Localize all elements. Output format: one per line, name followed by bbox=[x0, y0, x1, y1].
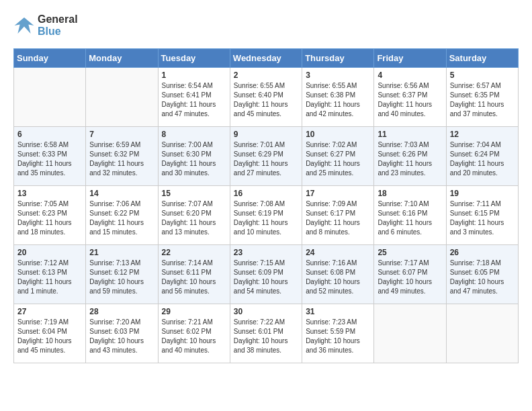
day-number: 15 bbox=[162, 189, 226, 198]
day-info: Sunrise: 6:55 AM Sunset: 6:38 PM Dayligh… bbox=[306, 81, 370, 119]
day-number: 2 bbox=[234, 71, 298, 80]
page-header: General Blue bbox=[13, 13, 519, 38]
day-info: Sunrise: 6:56 AM Sunset: 6:37 PM Dayligh… bbox=[378, 81, 442, 119]
calendar-cell: 18Sunrise: 7:10 AM Sunset: 6:16 PM Dayli… bbox=[374, 186, 446, 245]
calendar-cell: 2Sunrise: 6:55 AM Sunset: 6:40 PM Daylig… bbox=[230, 68, 302, 127]
day-number: 6 bbox=[17, 130, 82, 139]
svg-marker-0 bbox=[15, 17, 34, 34]
day-number: 23 bbox=[234, 248, 298, 257]
day-number: 28 bbox=[89, 307, 154, 316]
logo-icon bbox=[13, 15, 35, 36]
weekday-header-thursday: Thursday bbox=[302, 49, 374, 68]
day-number: 21 bbox=[89, 248, 154, 257]
day-info: Sunrise: 7:18 AM Sunset: 6:05 PM Dayligh… bbox=[450, 259, 515, 296]
day-number: 9 bbox=[234, 130, 298, 139]
day-number: 26 bbox=[450, 248, 515, 257]
day-number: 29 bbox=[162, 307, 226, 316]
week-row-4: 20Sunrise: 7:12 AM Sunset: 6:13 PM Dayli… bbox=[14, 245, 519, 304]
calendar-cell: 30Sunrise: 7:22 AM Sunset: 6:01 PM Dayli… bbox=[230, 304, 302, 363]
day-info: Sunrise: 6:59 AM Sunset: 6:32 PM Dayligh… bbox=[89, 140, 154, 178]
weekday-header-sunday: Sunday bbox=[14, 49, 86, 68]
calendar-cell: 17Sunrise: 7:09 AM Sunset: 6:17 PM Dayli… bbox=[302, 186, 374, 245]
day-info: Sunrise: 7:23 AM Sunset: 5:59 PM Dayligh… bbox=[306, 318, 370, 355]
day-info: Sunrise: 6:55 AM Sunset: 6:40 PM Dayligh… bbox=[234, 81, 298, 119]
day-info: Sunrise: 7:06 AM Sunset: 6:22 PM Dayligh… bbox=[89, 199, 154, 237]
calendar-cell: 6Sunrise: 6:58 AM Sunset: 6:33 PM Daylig… bbox=[14, 127, 86, 186]
calendar-cell bbox=[86, 68, 158, 127]
weekday-header-wednesday: Wednesday bbox=[230, 49, 302, 68]
calendar-cell: 15Sunrise: 7:07 AM Sunset: 6:20 PM Dayli… bbox=[158, 186, 230, 245]
calendar-cell: 5Sunrise: 6:57 AM Sunset: 6:35 PM Daylig… bbox=[446, 68, 518, 127]
day-number: 10 bbox=[306, 130, 370, 139]
day-info: Sunrise: 7:03 AM Sunset: 6:26 PM Dayligh… bbox=[378, 140, 442, 178]
day-info: Sunrise: 7:08 AM Sunset: 6:19 PM Dayligh… bbox=[234, 199, 298, 237]
calendar-cell bbox=[446, 304, 518, 363]
day-number: 27 bbox=[17, 307, 82, 316]
calendar-cell: 26Sunrise: 7:18 AM Sunset: 6:05 PM Dayli… bbox=[446, 245, 518, 304]
calendar-cell: 27Sunrise: 7:19 AM Sunset: 6:04 PM Dayli… bbox=[14, 304, 86, 363]
calendar-cell: 29Sunrise: 7:21 AM Sunset: 6:02 PM Dayli… bbox=[158, 304, 230, 363]
day-number: 16 bbox=[234, 189, 298, 198]
day-info: Sunrise: 7:19 AM Sunset: 6:04 PM Dayligh… bbox=[17, 318, 82, 355]
day-info: Sunrise: 7:05 AM Sunset: 6:23 PM Dayligh… bbox=[17, 199, 82, 237]
calendar-cell: 22Sunrise: 7:14 AM Sunset: 6:11 PM Dayli… bbox=[158, 245, 230, 304]
day-number: 12 bbox=[450, 130, 515, 139]
weekday-header-saturday: Saturday bbox=[446, 49, 518, 68]
calendar-cell: 24Sunrise: 7:16 AM Sunset: 6:08 PM Dayli… bbox=[302, 245, 374, 304]
calendar-cell: 25Sunrise: 7:17 AM Sunset: 6:07 PM Dayli… bbox=[374, 245, 446, 304]
day-number: 25 bbox=[378, 248, 442, 257]
calendar-cell: 28Sunrise: 7:20 AM Sunset: 6:03 PM Dayli… bbox=[86, 304, 158, 363]
calendar-cell: 13Sunrise: 7:05 AM Sunset: 6:23 PM Dayli… bbox=[14, 186, 86, 245]
calendar-table: SundayMondayTuesdayWednesdayThursdayFrid… bbox=[13, 48, 519, 363]
calendar-cell: 3Sunrise: 6:55 AM Sunset: 6:38 PM Daylig… bbox=[302, 68, 374, 127]
day-number: 3 bbox=[306, 71, 370, 80]
calendar-cell: 14Sunrise: 7:06 AM Sunset: 6:22 PM Dayli… bbox=[86, 186, 158, 245]
calendar-cell bbox=[374, 304, 446, 363]
day-info: Sunrise: 7:07 AM Sunset: 6:20 PM Dayligh… bbox=[162, 199, 226, 237]
day-number: 22 bbox=[162, 248, 226, 257]
day-number: 7 bbox=[89, 130, 154, 139]
day-number: 1 bbox=[162, 71, 226, 80]
day-info: Sunrise: 7:00 AM Sunset: 6:30 PM Dayligh… bbox=[162, 140, 226, 178]
calendar-cell: 10Sunrise: 7:02 AM Sunset: 6:27 PM Dayli… bbox=[302, 127, 374, 186]
day-info: Sunrise: 7:17 AM Sunset: 6:07 PM Dayligh… bbox=[378, 259, 442, 296]
calendar-cell: 7Sunrise: 6:59 AM Sunset: 6:32 PM Daylig… bbox=[86, 127, 158, 186]
calendar-cell: 19Sunrise: 7:11 AM Sunset: 6:15 PM Dayli… bbox=[446, 186, 518, 245]
day-number: 19 bbox=[450, 189, 515, 198]
calendar-cell: 1Sunrise: 6:54 AM Sunset: 6:41 PM Daylig… bbox=[158, 68, 230, 127]
day-info: Sunrise: 7:10 AM Sunset: 6:16 PM Dayligh… bbox=[378, 199, 442, 237]
logo-text: General Blue bbox=[38, 13, 78, 38]
day-info: Sunrise: 7:16 AM Sunset: 6:08 PM Dayligh… bbox=[306, 259, 370, 296]
day-number: 30 bbox=[234, 307, 298, 316]
calendar-cell bbox=[14, 68, 86, 127]
day-info: Sunrise: 7:21 AM Sunset: 6:02 PM Dayligh… bbox=[162, 318, 226, 355]
day-number: 13 bbox=[17, 189, 82, 198]
day-number: 24 bbox=[306, 248, 370, 257]
day-info: Sunrise: 7:15 AM Sunset: 6:09 PM Dayligh… bbox=[234, 259, 298, 296]
day-info: Sunrise: 6:54 AM Sunset: 6:41 PM Dayligh… bbox=[162, 81, 226, 119]
week-row-5: 27Sunrise: 7:19 AM Sunset: 6:04 PM Dayli… bbox=[14, 304, 519, 363]
weekday-header-monday: Monday bbox=[86, 49, 158, 68]
day-info: Sunrise: 6:58 AM Sunset: 6:33 PM Dayligh… bbox=[17, 140, 82, 178]
day-number: 8 bbox=[162, 130, 226, 139]
day-number: 31 bbox=[306, 307, 370, 316]
calendar-cell: 9Sunrise: 7:01 AM Sunset: 6:29 PM Daylig… bbox=[230, 127, 302, 186]
calendar-cell: 11Sunrise: 7:03 AM Sunset: 6:26 PM Dayli… bbox=[374, 127, 446, 186]
day-number: 17 bbox=[306, 189, 370, 198]
calendar-cell: 21Sunrise: 7:13 AM Sunset: 6:12 PM Dayli… bbox=[86, 245, 158, 304]
day-info: Sunrise: 6:57 AM Sunset: 6:35 PM Dayligh… bbox=[450, 81, 515, 119]
day-number: 11 bbox=[378, 130, 442, 139]
weekday-header-tuesday: Tuesday bbox=[158, 49, 230, 68]
day-number: 20 bbox=[17, 248, 82, 257]
day-number: 5 bbox=[450, 71, 515, 80]
day-info: Sunrise: 7:12 AM Sunset: 6:13 PM Dayligh… bbox=[17, 259, 82, 296]
weekday-header-row: SundayMondayTuesdayWednesdayThursdayFrid… bbox=[14, 49, 519, 68]
week-row-1: 1Sunrise: 6:54 AM Sunset: 6:41 PM Daylig… bbox=[14, 68, 519, 127]
calendar-cell: 4Sunrise: 6:56 AM Sunset: 6:37 PM Daylig… bbox=[374, 68, 446, 127]
day-info: Sunrise: 7:01 AM Sunset: 6:29 PM Dayligh… bbox=[234, 140, 298, 178]
day-number: 18 bbox=[378, 189, 442, 198]
day-info: Sunrise: 7:11 AM Sunset: 6:15 PM Dayligh… bbox=[450, 199, 515, 237]
day-info: Sunrise: 7:02 AM Sunset: 6:27 PM Dayligh… bbox=[306, 140, 370, 178]
day-info: Sunrise: 7:20 AM Sunset: 6:03 PM Dayligh… bbox=[89, 318, 154, 355]
day-info: Sunrise: 7:09 AM Sunset: 6:17 PM Dayligh… bbox=[306, 199, 370, 237]
